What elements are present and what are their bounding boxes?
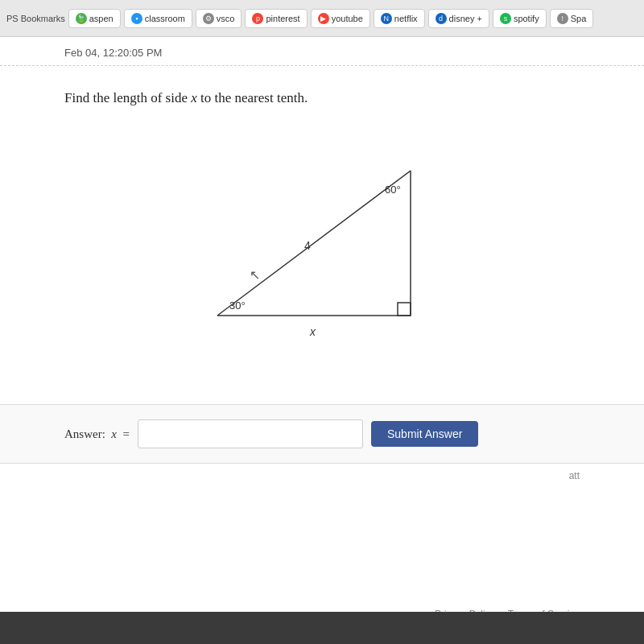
- svg-text:↖: ↖: [250, 268, 260, 282]
- svg-line-0: [217, 171, 411, 316]
- tab-disney[interactable]: d disney +: [428, 9, 489, 28]
- spa-icon: !: [557, 13, 568, 24]
- tab-aspen-label: aspen: [89, 14, 114, 23]
- main-page: Feb 04, 12:20:05 PM Find the length of s…: [0, 37, 644, 644]
- answer-section: Answer: x = Submit Answer: [0, 404, 644, 464]
- triangle-diagram: 60° 30° 4 x ↖: [64, 130, 580, 356]
- vsco-icon: ⚙: [203, 13, 214, 24]
- tab-netflix-label: netflix: [394, 14, 418, 23]
- pinterest-icon: p: [252, 13, 263, 24]
- question-text-before: Find the length of side: [64, 90, 191, 105]
- tab-spotify-label: spotify: [514, 14, 539, 23]
- timestamp: Feb 04, 12:20:05 PM: [0, 37, 644, 66]
- submit-answer-button[interactable]: Submit Answer: [371, 421, 478, 447]
- tab-youtube[interactable]: ▶ youtube: [311, 9, 370, 28]
- question-variable: x: [191, 90, 197, 105]
- tab-vsco-label: vsco: [217, 14, 235, 23]
- att-label: att: [0, 464, 644, 488]
- tab-vsco[interactable]: ⚙ vsco: [196, 9, 242, 28]
- question-area: Find the length of side x to the nearest…: [0, 66, 644, 404]
- spotify-icon: s: [500, 13, 511, 24]
- classroom-icon: ▪: [131, 13, 142, 24]
- question-text-after: to the nearest tenth.: [197, 90, 308, 105]
- answer-input[interactable]: [138, 419, 363, 448]
- tab-spotify[interactable]: s spotify: [493, 9, 547, 28]
- answer-label-text: Answer:: [64, 427, 105, 440]
- svg-text:30°: 30°: [229, 299, 246, 312]
- tab-classroom[interactable]: ▪ classroom: [124, 9, 192, 28]
- tab-spa-label: Spa: [571, 14, 587, 23]
- answer-label: Answer: x =: [64, 427, 130, 441]
- taskbar: [0, 612, 644, 644]
- bookmarks-label: PS Bookmarks: [6, 14, 65, 23]
- tab-pinterest-label: pinterest: [266, 14, 299, 23]
- tab-spa[interactable]: ! Spa: [550, 9, 594, 28]
- triangle-svg: 60° 30° 4 x ↖: [169, 130, 475, 356]
- tab-classroom-label: classroom: [145, 14, 185, 23]
- aspen-icon: 🍃: [76, 13, 87, 24]
- svg-text:60°: 60°: [385, 184, 401, 196]
- question-text: Find the length of side x to the nearest…: [64, 90, 580, 106]
- answer-variable: x: [111, 427, 117, 440]
- answer-equals: =: [123, 427, 130, 440]
- tab-netflix[interactable]: N netflix: [374, 9, 425, 28]
- tab-aspen[interactable]: 🍃 aspen: [68, 9, 121, 28]
- netflix-icon: N: [381, 13, 392, 24]
- browser-tab-bar: PS Bookmarks 🍃 aspen ▪ classroom ⚙ vsco …: [0, 0, 644, 37]
- tab-pinterest[interactable]: p pinterest: [245, 9, 307, 28]
- svg-rect-3: [398, 303, 411, 316]
- svg-text:4: 4: [304, 239, 311, 252]
- tab-disney-label: disney +: [449, 14, 482, 23]
- tab-youtube-label: youtube: [332, 14, 363, 23]
- disney-icon: d: [436, 13, 447, 24]
- svg-text:x: x: [309, 325, 316, 338]
- youtube-icon: ▶: [318, 13, 329, 24]
